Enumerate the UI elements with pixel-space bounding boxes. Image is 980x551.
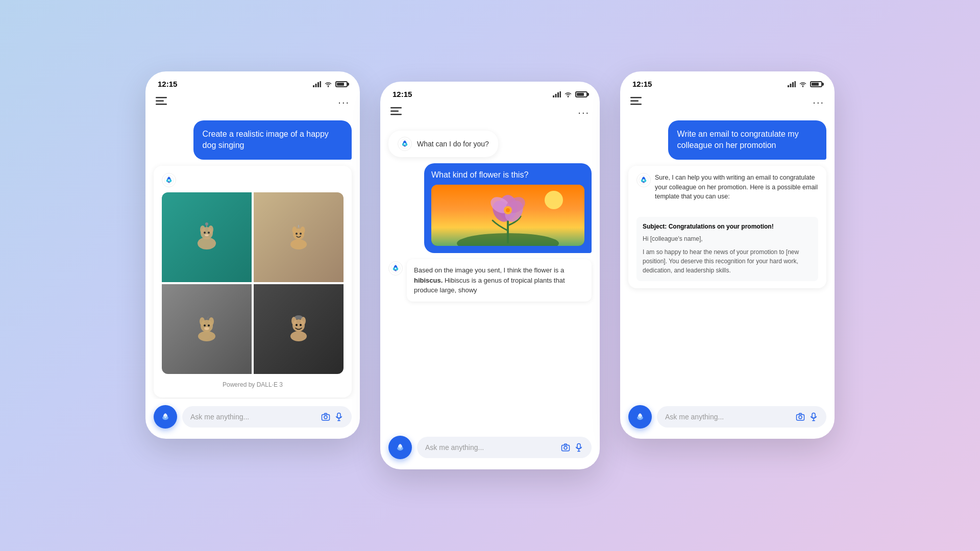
svg-point-23 <box>300 233 302 235</box>
status-icons-center <box>553 91 587 97</box>
camera-icon-right[interactable] <box>796 412 805 421</box>
svg-point-13 <box>204 232 206 234</box>
svg-point-20 <box>292 227 297 234</box>
copilot-icon-hibiscus <box>388 261 403 276</box>
battery-icon-right <box>810 81 822 87</box>
svg-point-41 <box>165 417 166 418</box>
svg-rect-52 <box>390 107 402 109</box>
avatar-button-left[interactable] <box>154 405 177 429</box>
svg-point-29 <box>204 324 206 327</box>
hibiscus-bold: hibiscus. <box>414 277 443 284</box>
dog-image-grid <box>162 192 344 374</box>
svg-point-71 <box>400 447 401 449</box>
svg-point-69 <box>395 267 396 269</box>
copilot-logo-hibiscus <box>390 263 401 273</box>
input-placeholder-left: Ask me anything... <box>190 413 317 421</box>
menu-icon-left[interactable] <box>156 97 167 108</box>
ai-image-response: Powered by DALL·E 3 <box>154 166 352 397</box>
bottom-input-left[interactable]: Ask me anything... <box>145 399 360 439</box>
bottom-input-center[interactable]: Ask me anything... <box>380 430 600 469</box>
signal-icon-right <box>788 81 796 87</box>
more-icon-right[interactable]: ··· <box>813 96 824 108</box>
copilot-logo-center <box>400 139 410 149</box>
svg-rect-0 <box>313 85 314 87</box>
greeting-bubble: What can I do for you? <box>388 131 498 157</box>
powered-by-label: Powered by DALL·E 3 <box>162 379 344 390</box>
svg-rect-80 <box>795 81 796 87</box>
svg-point-30 <box>208 324 210 327</box>
dog-silhouette-1 <box>162 192 252 282</box>
battery-icon-center <box>575 91 587 97</box>
svg-rect-6 <box>156 104 167 105</box>
status-icons-left <box>313 81 348 87</box>
center-phone: 12:15 ··· <box>380 82 600 469</box>
mic-icon-right[interactable] <box>809 412 818 421</box>
svg-point-85 <box>643 179 644 181</box>
hibiscus-response-row: Based on the image you sent, I think the… <box>388 259 592 302</box>
svg-point-27 <box>200 317 205 325</box>
hamburger-icon-right <box>630 97 642 105</box>
svg-rect-83 <box>630 104 642 105</box>
flower-question-text: What kind of flower is this? <box>431 170 584 180</box>
user-message-right: Write an email to congratulate my collea… <box>668 120 826 160</box>
flower-svg <box>431 185 584 246</box>
email-subject: Subject: Congratulations on your promoti… <box>643 223 812 230</box>
signal-icon-center <box>553 91 561 97</box>
email-template-box: Subject: Congratulations on your promoti… <box>636 217 818 281</box>
email-greeting: Hi [colleague's name], <box>643 234 812 243</box>
top-bar-right[interactable]: ··· <box>620 92 835 114</box>
avatar-button-right[interactable] <box>628 405 652 429</box>
input-box-center[interactable]: Ask me anything... <box>417 437 592 458</box>
svg-point-33 <box>290 331 307 341</box>
top-bar-center[interactable]: ··· <box>380 103 600 124</box>
more-icon-left[interactable]: ··· <box>338 96 350 108</box>
top-bar-left[interactable]: ··· <box>145 92 360 114</box>
email-intro-text: Sure, I can help you with writing an ema… <box>655 173 818 202</box>
wifi-icon <box>324 81 332 87</box>
chat-content-left: Create a realistic image of a happy dog … <box>145 114 360 399</box>
input-placeholder-center: Ask me anything... <box>425 443 557 452</box>
avatar-button-center[interactable] <box>388 436 412 459</box>
wifi-icon-center <box>564 91 572 97</box>
dog-image-1 <box>162 192 252 282</box>
svg-point-21 <box>301 227 305 234</box>
svg-point-44 <box>324 416 327 419</box>
svg-point-15 <box>205 234 209 236</box>
svg-point-37 <box>296 324 298 326</box>
flower-question-bubble: What kind of flower is this? <box>424 163 592 253</box>
input-box-right[interactable]: Ask me anything... <box>657 406 826 428</box>
camera-icon-left[interactable] <box>321 412 330 421</box>
svg-rect-77 <box>788 85 789 87</box>
dog-svg-2 <box>283 222 314 253</box>
svg-rect-50 <box>557 92 559 97</box>
left-phone: 12:15 ··· <box>145 71 360 439</box>
svg-rect-51 <box>560 91 561 97</box>
mic-icon-center[interactable] <box>574 443 583 452</box>
time-right: 12:15 <box>632 80 652 88</box>
svg-rect-4 <box>156 97 167 98</box>
svg-rect-5 <box>156 101 164 102</box>
dog-silhouette-3 <box>162 284 252 374</box>
copilot-logo-right <box>639 175 649 185</box>
flower-image <box>431 185 584 246</box>
more-icon-center[interactable]: ··· <box>578 107 590 118</box>
svg-point-14 <box>208 232 210 234</box>
svg-point-25 <box>198 331 215 341</box>
bottom-input-right[interactable]: Ask me anything... <box>620 399 835 439</box>
dog-silhouette-4 <box>254 284 344 374</box>
svg-line-32 <box>207 316 209 319</box>
dog-svg-1 <box>191 222 222 253</box>
menu-icon-right[interactable] <box>630 97 642 108</box>
chat-content-right: Write an email to congratulate my collea… <box>620 114 835 399</box>
mic-icon-left[interactable] <box>334 412 344 421</box>
svg-rect-3 <box>320 81 322 87</box>
svg-point-38 <box>300 324 302 326</box>
dog-silhouette-2 <box>254 192 344 282</box>
menu-icon-center[interactable] <box>390 107 402 118</box>
camera-icon-center[interactable] <box>561 443 570 452</box>
input-box-left[interactable]: Ask me anything... <box>182 406 352 428</box>
dog-image-3 <box>162 284 252 374</box>
svg-point-73 <box>564 446 567 449</box>
svg-point-18 <box>290 239 307 249</box>
copilot-icon-right <box>636 173 651 187</box>
